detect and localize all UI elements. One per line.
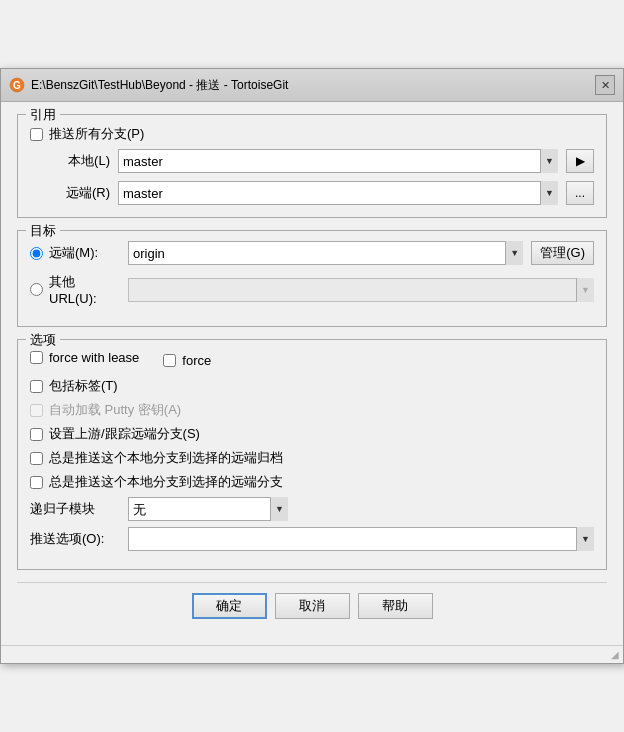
local-row: 本地(L) master ▼ ▶: [30, 149, 594, 173]
push-all-row: 推送所有分支(P): [30, 125, 594, 143]
local-select-wrapper: master ▼: [118, 149, 558, 173]
always-push-archive-checkbox[interactable]: [30, 452, 43, 465]
other-url-select-wrapper: ▼: [128, 278, 594, 302]
force-options-row: force with lease force: [30, 350, 594, 371]
options-group: 选项 force with lease force 包括标签(T): [17, 339, 607, 570]
title-bar: G E:\BenszGit\TestHub\Beyond - 推送 - Tort…: [1, 69, 623, 102]
push-all-checkbox[interactable]: [30, 128, 43, 141]
app-icon: G: [9, 77, 25, 93]
include-tags-row: 包括标签(T): [30, 377, 594, 395]
auto-putty-checkbox[interactable]: [30, 404, 43, 417]
target-group-title: 目标: [26, 222, 60, 240]
remote-radio-row: 远端(M): origin ▼ 管理(G): [30, 241, 594, 265]
manage-button[interactable]: 管理(G): [531, 241, 594, 265]
cancel-button[interactable]: 取消: [275, 593, 350, 619]
svg-text:G: G: [13, 80, 21, 91]
resize-icon: ◢: [611, 649, 619, 660]
origin-select-wrapper: origin ▼: [128, 241, 523, 265]
help-button[interactable]: 帮助: [358, 593, 433, 619]
remote-radio-label[interactable]: 远端(M):: [30, 244, 120, 262]
auto-putty-label[interactable]: 自动加载 Putty 密钥(A): [49, 401, 181, 419]
force-label[interactable]: force: [182, 353, 211, 368]
origin-select[interactable]: origin: [128, 241, 523, 265]
local-label: 本地(L): [30, 152, 110, 170]
confirm-button[interactable]: 确定: [192, 593, 267, 619]
push-all-label[interactable]: 推送所有分支(P): [49, 125, 144, 143]
content-area: 引用 推送所有分支(P) 本地(L) master ▼ ▶ 远端(R): [1, 102, 623, 645]
remote-label: 远端(R): [30, 184, 110, 202]
recurse-submodules-select-wrapper: 无 ▼: [128, 497, 288, 521]
status-bar: ◢: [1, 645, 623, 663]
window-title: E:\BenszGit\TestHub\Beyond - 推送 - Tortoi…: [31, 77, 288, 94]
include-tags-label[interactable]: 包括标签(T): [49, 377, 118, 395]
local-arrow-button[interactable]: ▶: [566, 149, 594, 173]
always-push-branch-row: 总是推送这个本地分支到选择的远端分支: [30, 473, 594, 491]
local-branch-select[interactable]: master: [118, 149, 558, 173]
push-options-row: 推送选项(O): ▼: [30, 527, 594, 551]
always-push-archive-row: 总是推送这个本地分支到选择的远端归档: [30, 449, 594, 467]
set-upstream-label[interactable]: 设置上游/跟踪远端分支(S): [49, 425, 200, 443]
always-push-branch-checkbox[interactable]: [30, 476, 43, 489]
always-push-branch-label[interactable]: 总是推送这个本地分支到选择的远端分支: [49, 473, 283, 491]
set-upstream-checkbox[interactable]: [30, 428, 43, 441]
recurse-submodules-select[interactable]: 无: [128, 497, 288, 521]
force-checkbox[interactable]: [163, 354, 176, 367]
push-options-select[interactable]: [128, 527, 594, 551]
remote-branch-select[interactable]: master: [118, 181, 558, 205]
other-url-radio[interactable]: [30, 283, 43, 296]
close-button[interactable]: ✕: [595, 75, 615, 95]
force-with-lease-label[interactable]: force with lease: [49, 350, 139, 365]
recurse-submodules-row: 递归子模块 无 ▼: [30, 497, 594, 521]
recurse-submodules-label: 递归子模块: [30, 500, 120, 518]
remote-dots-button[interactable]: ...: [566, 181, 594, 205]
other-url-row: 其他URL(U): ▼: [30, 273, 594, 306]
main-window: G E:\BenszGit\TestHub\Beyond - 推送 - Tort…: [0, 68, 624, 664]
ref-group: 引用 推送所有分支(P) 本地(L) master ▼ ▶ 远端(R): [17, 114, 607, 218]
remote-row: 远端(R) master ▼ ...: [30, 181, 594, 205]
push-options-label: 推送选项(O):: [30, 530, 120, 548]
force-with-lease-checkbox[interactable]: [30, 351, 43, 364]
remote-select-wrapper: master ▼: [118, 181, 558, 205]
push-options-select-wrapper: ▼: [128, 527, 594, 551]
always-push-archive-label[interactable]: 总是推送这个本地分支到选择的远端归档: [49, 449, 283, 467]
title-bar-left: G E:\BenszGit\TestHub\Beyond - 推送 - Tort…: [9, 77, 288, 94]
target-group: 目标 远端(M): origin ▼ 管理(G): [17, 230, 607, 327]
bottom-buttons: 确定 取消 帮助: [17, 582, 607, 633]
remote-radio[interactable]: [30, 247, 43, 260]
other-url-radio-label[interactable]: 其他URL(U):: [30, 273, 120, 306]
force-with-lease-row: force with lease: [30, 350, 139, 365]
options-group-title: 选项: [26, 331, 60, 349]
auto-putty-row: 自动加载 Putty 密钥(A): [30, 401, 594, 419]
ref-group-title: 引用: [26, 106, 60, 124]
set-upstream-row: 设置上游/跟踪远端分支(S): [30, 425, 594, 443]
other-url-select[interactable]: [128, 278, 594, 302]
force-row: force: [163, 350, 211, 371]
include-tags-checkbox[interactable]: [30, 380, 43, 393]
